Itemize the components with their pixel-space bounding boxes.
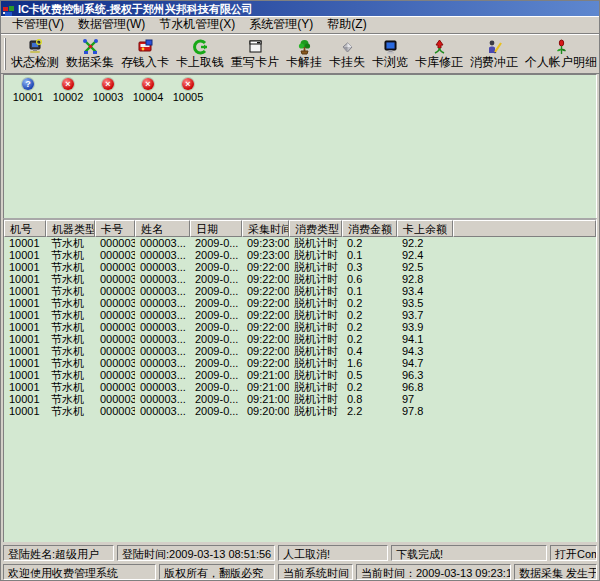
table-cell: 94.3 [397, 345, 453, 357]
table-row[interactable]: 10001节水机000003000003...2009-0...09:21:00… [4, 369, 596, 381]
table-cell: 000003... [135, 297, 190, 309]
table-row[interactable]: 10001节水机000003000003...2009-0...09:22:00… [4, 321, 596, 333]
column-header[interactable]: 卡上余额 [397, 220, 453, 237]
toolbar: 状态检测 数据采集 [1, 34, 599, 74]
menu-help[interactable]: 帮助(Z) [320, 15, 373, 34]
column-header[interactable]: 采集时间 [242, 220, 289, 237]
toolbar-button-rewrite-card[interactable]: 重写卡片 [229, 38, 281, 70]
column-header[interactable]: 消费金额 [342, 220, 397, 237]
table-row[interactable]: 10001节水机000003000003...2009-0...09:22:00… [4, 345, 596, 357]
toolbar-button-reverse-charge[interactable]: 消费冲正 [468, 38, 520, 70]
toolbar-button-unfreeze-card[interactable]: 卡解挂 [284, 38, 324, 70]
machine-item-10005[interactable]: × 10005 [168, 78, 208, 103]
table-cell: 000003 [95, 345, 135, 357]
table-cell: 脱机计时 [289, 261, 342, 273]
toolbar-button-status-check[interactable]: 状态检测 [9, 38, 61, 70]
account-detail-icon [553, 39, 570, 55]
table-cell: 000003... [135, 393, 190, 405]
column-header[interactable]: 姓名 [135, 220, 190, 237]
table-cell: 脱机计时 [289, 285, 342, 297]
status-bar-bottom: 欢迎使用收费管理系统 版权所有，翻版必究 当前系统时间 当前时间：2009-03… [1, 561, 599, 580]
table-cell: 000003... [135, 237, 190, 249]
table-cell: 2009-0... [190, 309, 242, 321]
copyright-panel: 版权所有，翻版必究 [159, 564, 275, 580]
table-cell: 10001 [4, 273, 46, 285]
table-cell: 脱机计时 [289, 297, 342, 309]
toolbar-button-label: 卡上取钱 [176, 55, 224, 69]
table-row[interactable]: 10001节水机000003000003...2009-0...09:22:00… [4, 297, 596, 309]
table-row[interactable]: 10001节水机000003000003...2009-0...09:22:00… [4, 285, 596, 297]
machine-item-10001[interactable]: ? 10001 [8, 78, 48, 103]
table-cell: 节水机 [46, 249, 95, 261]
toolbar-button-label: 存钱入卡 [121, 55, 169, 69]
toolbar-button-withdraw[interactable]: 卡上取钱 [174, 38, 226, 70]
table-row[interactable]: 10001节水机000003000003...2009-0...09:20:00… [4, 405, 596, 417]
table-cell: 2009-0... [190, 369, 242, 381]
column-header[interactable]: 机器类型 [46, 220, 95, 237]
table-row[interactable]: 10001节水机000003000003...2009-0...09:22:00… [4, 261, 596, 273]
toolbar-button-data-collect[interactable]: 数据采集 [64, 38, 116, 70]
table-cell: 09:23:00 [242, 249, 289, 261]
table-cell: 09:21:00 [242, 381, 289, 393]
table-cell: 脱机计时 [289, 333, 342, 345]
table-cell: 0.8 [342, 393, 397, 405]
column-header[interactable]: 日期 [190, 220, 242, 237]
menu-system-management[interactable]: 系统管理(Y) [242, 15, 320, 34]
status-check-icon [27, 39, 44, 55]
toolbar-gripper[interactable] [4, 38, 6, 70]
table-cell: 09:20:00 [242, 405, 289, 417]
table-cell: 10001 [4, 393, 46, 405]
welcome-panel: 欢迎使用收费管理系统 [3, 564, 156, 580]
machine-item-10003[interactable]: × 10003 [88, 78, 128, 103]
menu-card-management[interactable]: 卡管理(V) [5, 15, 71, 34]
table-row[interactable]: 10001节水机000003000003...2009-0...09:23:00… [4, 249, 596, 261]
download-status-panel: 下载完成! [391, 545, 547, 561]
unfreeze-card-icon [296, 39, 313, 55]
table-cell: 脱机计时 [289, 345, 342, 357]
table-cell: 节水机 [46, 309, 95, 321]
toolbar-button-label: 卡浏览 [372, 55, 408, 69]
menu-data-management[interactable]: 数据管理(W) [71, 15, 152, 34]
machine-status-panel: ? 10001 × 10002 × 10003 × 10004 × 10005 [3, 74, 597, 218]
table-cell: 2009-0... [190, 405, 242, 417]
table-row[interactable]: 10001节水机000003000003...2009-0...09:23:00… [4, 237, 596, 249]
machine-item-10004[interactable]: × 10004 [128, 78, 168, 103]
menu-machine-management[interactable]: 节水机管理(X) [152, 15, 242, 34]
machine-offline-icon: × [182, 78, 194, 90]
table-cell: 000003... [135, 405, 190, 417]
app-window: IC卡收费控制系统-授权于郑州兴邦科技有限公司 卡管理(V) 数据管理(W) 节… [0, 0, 600, 581]
table-cell: 000003... [135, 285, 190, 297]
table-row[interactable]: 10001节水机000003000003...2009-0...09:22:00… [4, 309, 596, 321]
table-row[interactable]: 10001节水机000003000003...2009-0...09:21:00… [4, 393, 596, 405]
com-port-status-panel: 打开Com3失 [550, 545, 597, 561]
table-cell: 脱机计时 [289, 237, 342, 249]
table-cell: 0.2 [342, 309, 397, 321]
table-cell: 2009-0... [190, 381, 242, 393]
table-cell: 10001 [4, 333, 46, 345]
table-row[interactable]: 10001节水机000003000003...2009-0...09:22:00… [4, 357, 596, 369]
toolbar-button-fix-card-db[interactable]: 卡库修正 [413, 38, 465, 70]
table-cell: 10001 [4, 381, 46, 393]
toolbar-button-account-detail[interactable]: 个人帐户明细 [523, 38, 599, 70]
table-cell: 节水机 [46, 393, 95, 405]
menu-bar: 卡管理(V) 数据管理(W) 节水机管理(X) 系统管理(Y) 帮助(Z) [1, 16, 599, 34]
toolbar-button-label: 卡库修正 [415, 55, 463, 69]
column-header[interactable]: 机号 [4, 220, 46, 237]
column-header-filler [453, 220, 596, 237]
toolbar-button-report-loss[interactable]: 卡挂失 [327, 38, 367, 70]
machine-id-label: 10004 [133, 91, 164, 103]
table-row[interactable]: 10001节水机000003000003...2009-0...09:22:00… [4, 333, 596, 345]
column-header[interactable]: 卡号 [95, 220, 135, 237]
table-cell: 000003 [95, 321, 135, 333]
data-collect-event-panel: 数据采集 发生于2009 [514, 564, 597, 580]
table-row[interactable]: 10001节水机000003000003...2009-0...09:21:00… [4, 381, 596, 393]
title-bar: IC卡收费控制系统-授权于郑州兴邦科技有限公司 [1, 1, 599, 16]
column-header[interactable]: 消费类型 [289, 220, 342, 237]
table-cell: 0.1 [342, 285, 397, 297]
table-cell: 节水机 [46, 237, 95, 249]
toolbar-button-deposit[interactable]: 存钱入卡 [119, 38, 171, 70]
toolbar-button-browse-card[interactable]: 卡浏览 [370, 38, 410, 70]
table-row[interactable]: 10001节水机000003000003...2009-0...09:22:00… [4, 273, 596, 285]
table-cell: 93.4 [397, 285, 453, 297]
machine-item-10002[interactable]: × 10002 [48, 78, 88, 103]
